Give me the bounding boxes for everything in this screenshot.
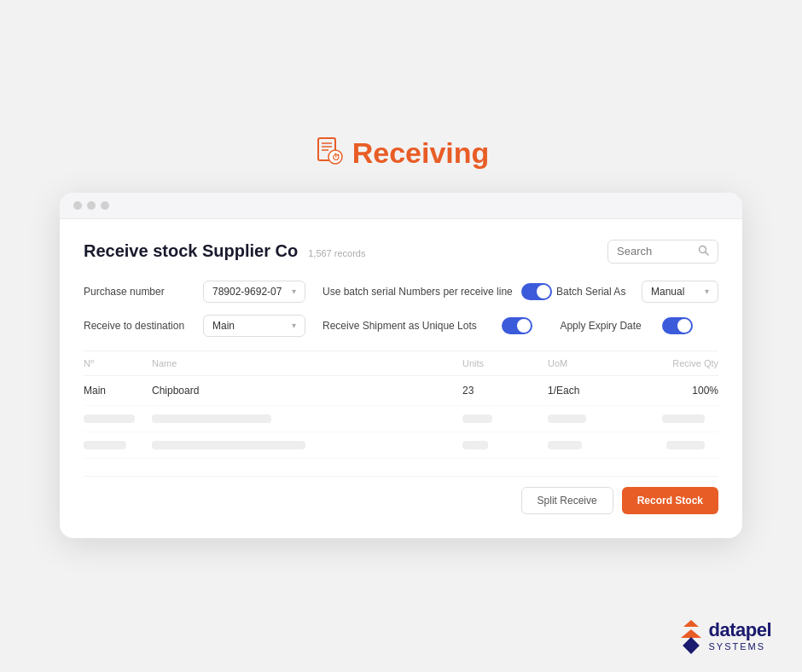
receiving-icon: ⏱: [313, 135, 344, 172]
expiry-date-group: Apply Expiry Date: [560, 317, 718, 334]
page-title: Receiving: [352, 136, 490, 170]
receive-destination-select[interactable]: Main ▾: [203, 315, 305, 337]
row1-units: 23: [462, 385, 548, 397]
shipment-lots-toggle[interactable]: [502, 317, 532, 334]
browser-dot-2: [87, 201, 96, 210]
batch-serial-toggle[interactable]: [521, 283, 552, 300]
table-container: Nº Name Units UoM Recive Qty Main Chipbo…: [84, 350, 718, 459]
skel2-4: [548, 441, 633, 449]
skel1-4: [548, 414, 633, 423]
chevron-lower: [681, 629, 701, 638]
browser-content: Receive stock Supplier Co 1,567 records: [60, 219, 742, 538]
split-receive-button[interactable]: Split Receive: [521, 487, 613, 514]
datapel-chevrons-icon: [681, 620, 701, 652]
batch-serial-as-label: Batch Serial As: [556, 286, 633, 298]
col-uom: UoM: [548, 358, 633, 368]
datapel-name: datapel: [708, 620, 771, 640]
purchase-number-value: 78902-9692-07: [212, 286, 282, 298]
browser-dot-1: [73, 201, 82, 210]
header-left: Receive stock Supplier Co 1,567 records: [84, 241, 365, 261]
col-qty: Recive Qty: [633, 358, 718, 368]
browser-dot-3: [101, 201, 109, 210]
skel1-2: [152, 414, 462, 423]
search-box[interactable]: [607, 240, 718, 264]
col-units: Units: [462, 358, 548, 368]
page-title-area: ⏱ Receiving: [313, 135, 490, 172]
table-row: Main Chipboard 23 1/Each 100%: [84, 376, 718, 406]
receive-destination-group: Receive to destination Main ▾: [84, 315, 305, 337]
row1-uom: 1/Each: [548, 385, 633, 397]
batch-serial-group: Use batch serial Numbers per receive lin…: [305, 283, 556, 300]
receive-destination-label: Receive to destination: [84, 320, 195, 332]
purchase-number-select[interactable]: 78902-9692-07 ▾: [203, 281, 305, 303]
row1-number: Main: [84, 385, 152, 397]
form-row-2: Receive to destination Main ▾ Receive Sh…: [84, 315, 718, 337]
skel2-2: [152, 441, 462, 449]
datapel-logo: datapel SYSTEMS: [681, 620, 771, 652]
skel1-3: [462, 414, 548, 423]
header-row: Receive stock Supplier Co 1,567 records: [84, 240, 718, 264]
svg-text:⏱: ⏱: [332, 153, 340, 162]
table-header: Nº Name Units UoM Recive Qty: [84, 351, 718, 376]
receive-destination-arrow: ▾: [292, 321, 296, 330]
row1-name: Chipboard: [152, 385, 462, 397]
skel1-1: [84, 414, 152, 423]
skeleton-row-1: [84, 406, 718, 432]
record-stock-button[interactable]: Record Stock: [622, 487, 718, 514]
search-input[interactable]: [617, 245, 693, 258]
svg-line-7: [706, 252, 709, 255]
form-row-1: Purchase number 78902-9692-07 ▾ Use batc…: [84, 281, 718, 303]
col-number: Nº: [84, 358, 152, 368]
expiry-date-toggle[interactable]: [662, 317, 693, 334]
skel2-5: [633, 441, 718, 449]
batch-serial-as-group: Batch Serial As Manual ▾: [556, 281, 718, 303]
skel2-3: [462, 441, 548, 449]
expiry-date-label: Apply Expiry Date: [560, 320, 654, 332]
purchase-number-label: Purchase number: [84, 286, 195, 298]
page-wrapper: ⏱ Receiving Receive stock Supplier Co 1,…: [0, 0, 802, 672]
diamond-icon: [683, 637, 700, 654]
footer-row: Split Receive Record Stock: [84, 476, 718, 514]
search-icon: [698, 245, 709, 258]
skeleton-row-2: [84, 432, 718, 459]
col-name: Name: [152, 358, 462, 368]
receive-destination-value: Main: [212, 320, 235, 332]
batch-serial-as-value: Manual: [651, 286, 684, 298]
purchase-number-group: Purchase number 78902-9692-07 ▾: [84, 281, 305, 303]
batch-serial-as-select[interactable]: Manual ▾: [642, 281, 718, 303]
shipment-lots-label: Receive Shipment as Unique Lots: [323, 320, 493, 332]
row1-qty: 100%: [633, 385, 718, 397]
skel1-5: [633, 414, 718, 423]
browser-card: Receive stock Supplier Co 1,567 records: [60, 193, 742, 538]
purchase-number-arrow: ▾: [292, 287, 296, 296]
datapel-systems: SYSTEMS: [708, 641, 771, 652]
batch-serial-label: Use batch serial Numbers per receive lin…: [323, 286, 513, 298]
browser-toolbar: [60, 193, 742, 219]
skel2-1: [84, 441, 152, 449]
datapel-text: datapel SYSTEMS: [708, 620, 771, 651]
chevron-upper: [683, 620, 699, 627]
shipment-lots-group: Receive Shipment as Unique Lots: [305, 317, 560, 334]
stock-title: Receive stock Supplier Co: [84, 241, 298, 261]
batch-serial-as-arrow: ▾: [705, 287, 709, 296]
records-count: 1,567 records: [308, 248, 365, 258]
